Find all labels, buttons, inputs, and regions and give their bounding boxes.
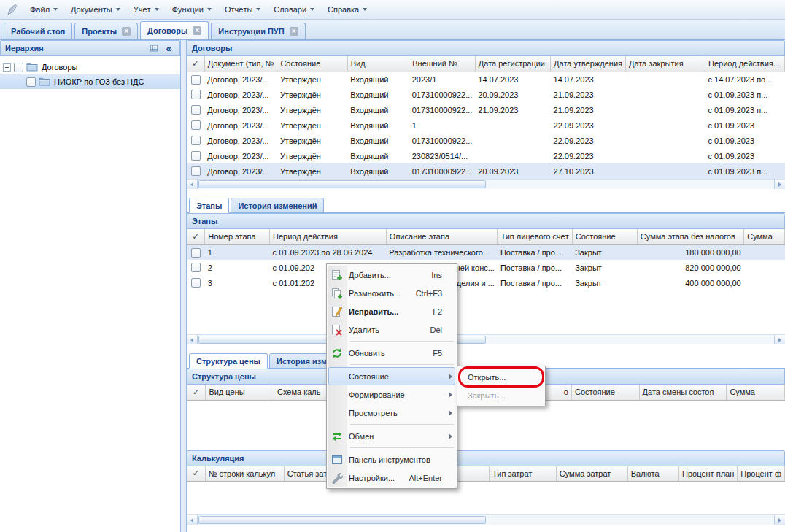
row-checkbox[interactable] <box>191 278 201 288</box>
scrollbar-thumb[interactable] <box>198 180 486 188</box>
menubar-item[interactable]: Функции <box>166 0 218 19</box>
column-header[interactable]: Сумма затрат <box>556 466 627 482</box>
main-tab[interactable]: Инструкции ПУП <box>211 23 305 39</box>
column-header[interactable]: ✓ <box>187 229 205 244</box>
column-header[interactable]: Тип лицевого счёт <box>498 229 572 244</box>
row-checkbox[interactable] <box>191 151 201 161</box>
context-menu-item[interactable]: Обмен <box>328 427 455 445</box>
menubar-item[interactable]: Словари <box>267 0 321 19</box>
menubar-item[interactable]: Файл <box>23 0 64 19</box>
column-header[interactable]: Процент план <box>679 466 738 482</box>
column-header[interactable]: Валюта <box>627 466 678 482</box>
column-header[interactable]: Дата смены состоя <box>639 385 727 400</box>
contract-row[interactable]: Договор, 2023/... Утверждён Входящий 017… <box>187 102 785 117</box>
contract-row[interactable]: Договор, 2023/... Утверждён Входящий 202… <box>187 72 785 87</box>
column-header[interactable]: ✓ <box>187 466 205 482</box>
menubar-item[interactable]: Справка <box>321 0 374 19</box>
menubar-item[interactable]: Документы <box>64 0 127 19</box>
row-checkbox[interactable] <box>191 105 201 115</box>
scroll-right-icon[interactable] <box>774 335 785 344</box>
column-header[interactable]: Сумма <box>727 385 785 400</box>
context-menu-item[interactable] <box>350 341 454 342</box>
row-checkbox[interactable] <box>191 248 201 258</box>
stage-row[interactable]: 2 с 01.09.202 очей конс... Поставка / пр… <box>187 260 785 275</box>
column-header[interactable]: Период действия <box>270 229 387 244</box>
row-checkbox[interactable] <box>191 120 201 130</box>
tab-close-icon[interactable] <box>290 27 298 36</box>
context-menu-item[interactable]: Удалить Del <box>328 320 455 339</box>
contract-row[interactable]: Договор, 2023/... Утверждён Входящий 017… <box>187 87 785 102</box>
column-header[interactable]: Состояние <box>571 385 639 400</box>
scroll-left-icon[interactable] <box>187 180 198 189</box>
menubar-item[interactable]: Учёт <box>127 0 166 19</box>
contract-row[interactable]: Договор, 2023/... Утверждён Входящий 1 2… <box>187 117 785 133</box>
context-menu-item[interactable]: Настройки... Alt+Enter <box>328 469 455 487</box>
context-menu-item[interactable]: Состояние <box>328 367 455 385</box>
column-header[interactable]: ✓ <box>187 385 206 400</box>
column-header[interactable]: Дата утверждения <box>551 56 626 72</box>
tree-expander-icon[interactable] <box>3 63 11 72</box>
submenu-item[interactable]: Открыть... <box>459 368 544 386</box>
tree-checkbox[interactable] <box>26 77 36 87</box>
tab-close-icon[interactable] <box>193 26 201 35</box>
row-checkbox[interactable] <box>191 263 201 272</box>
column-header[interactable]: Сумма <box>744 229 785 244</box>
column-header[interactable]: Процент ф <box>738 466 785 482</box>
scroll-right-icon[interactable] <box>774 180 785 189</box>
stages-horizontal-scrollbar[interactable] <box>187 334 785 344</box>
column-header[interactable]: Документ (тип, № <box>204 56 277 72</box>
stage-row[interactable]: 3 с 01.01.202 зделия и ... Поставка / пр… <box>187 275 785 290</box>
column-header[interactable]: Номер этапа <box>205 229 270 244</box>
scroll-right-icon[interactable] <box>774 515 785 525</box>
column-header[interactable]: Состояние <box>572 229 637 244</box>
context-menu-item[interactable] <box>350 424 454 425</box>
row-checkbox[interactable] <box>191 75 201 85</box>
row-checkbox[interactable] <box>191 136 201 145</box>
contract-row[interactable]: Договор, 2023/... Утверждён Входящий 017… <box>187 163 785 179</box>
contract-row[interactable]: Договор, 2023/... Утверждён Входящий 230… <box>187 148 785 163</box>
main-tab[interactable]: Проекты <box>74 23 138 39</box>
scroll-left-icon[interactable] <box>187 335 198 344</box>
column-header[interactable]: Период действия... <box>705 56 785 72</box>
context-menu-item[interactable] <box>350 364 454 365</box>
column-header[interactable]: Сумма этапа без налогов <box>637 229 743 244</box>
context-menu-item[interactable]: Обновить F5 <box>328 344 455 362</box>
price-subtab[interactable]: Структура цены <box>189 353 268 369</box>
contract-row[interactable]: Договор, 2023/... Утверждён Входящий 017… <box>187 133 785 148</box>
scrollbar-thumb[interactable] <box>198 516 486 524</box>
context-menu-item[interactable]: Добавить... Ins <box>328 266 455 284</box>
tab-close-icon[interactable] <box>122 27 131 36</box>
scroll-left-icon[interactable] <box>187 515 198 525</box>
column-header[interactable]: Вид <box>347 56 409 72</box>
tree-node[interactable]: НИОКР по ГОЗ без НДС <box>0 74 180 89</box>
menubar-item[interactable]: Отчёты <box>218 0 267 19</box>
row-checkbox[interactable] <box>191 90 201 99</box>
column-header[interactable]: Внешний № <box>409 56 476 72</box>
context-menu-item[interactable]: Просмотреть <box>328 404 455 422</box>
submenu-item[interactable]: Закрыть... <box>459 386 544 404</box>
calc-horizontal-scrollbar[interactable] <box>187 514 785 525</box>
context-menu-item[interactable]: Панель инструментов <box>328 450 455 469</box>
column-header[interactable]: Дата закрытия <box>626 56 705 72</box>
stage-row[interactable]: 1 с 01.09.2023 по 28.06.2024 Разработка … <box>187 244 785 260</box>
tree-node[interactable]: Договоры <box>0 60 180 74</box>
collapse-panel-icon[interactable] <box>162 42 175 55</box>
context-menu-item[interactable] <box>350 447 454 448</box>
tree-checkbox[interactable] <box>14 63 23 72</box>
column-header[interactable]: Вид цены <box>206 385 274 400</box>
grid-view-icon[interactable] <box>147 42 161 55</box>
column-header[interactable]: № строки калькул <box>205 466 284 482</box>
context-menu-item[interactable]: Формирование <box>328 385 455 404</box>
column-header[interactable]: Состояние <box>277 56 347 72</box>
main-tab[interactable]: Договоры <box>140 21 209 39</box>
contracts-horizontal-scrollbar[interactable] <box>187 179 785 189</box>
column-header[interactable]: Дата регистрации. <box>475 56 550 72</box>
column-header[interactable]: Описание этапа <box>386 229 498 244</box>
main-tab[interactable]: Рабочий стол <box>4 23 72 39</box>
column-header[interactable]: ✓ <box>187 56 204 72</box>
row-checkbox[interactable] <box>191 166 201 176</box>
context-menu-item[interactable]: Исправить... F2 <box>328 302 455 320</box>
column-header[interactable]: Тип затрат <box>490 466 557 482</box>
stages-subtab[interactable]: История изменений <box>231 198 324 213</box>
stages-subtab[interactable]: Этапы <box>189 198 229 213</box>
